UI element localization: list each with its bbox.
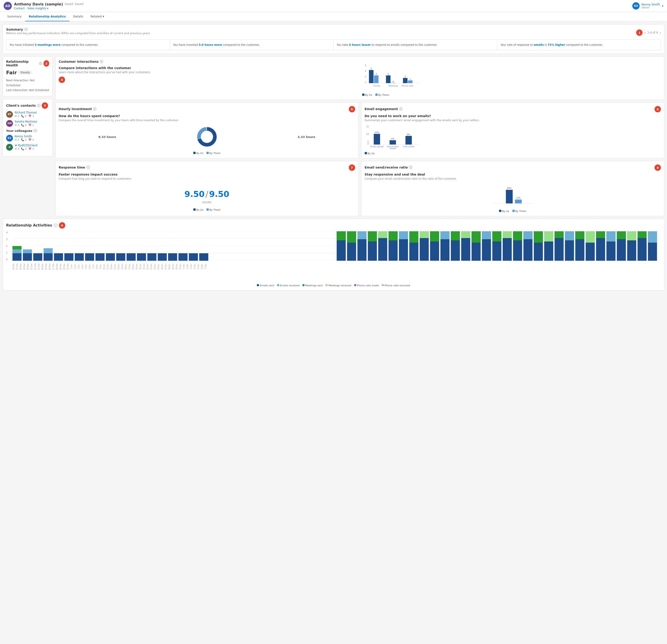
send-receive-header: Email send/receive ratio i 8	[365, 164, 661, 171]
svg-text:0: 0	[392, 81, 394, 83]
x-label-25: 10 Jan	[103, 262, 106, 271]
svg-text:3: 3	[388, 73, 389, 75]
phone-icon-1: 📞 5	[21, 115, 27, 118]
colleague-name-1[interactable]: Kenny Smith	[15, 135, 34, 138]
send-receive-step: 8	[654, 164, 661, 171]
col-email-icon-1: ✉ 3	[15, 138, 19, 141]
relationship-activities-card: Relationship Activities i 9 4 3 2 1 0	[3, 219, 664, 291]
x-label-49: 3 Feb	[190, 262, 193, 271]
svg-rect-54	[147, 253, 157, 261]
x-label-20: 5 Jan	[85, 262, 88, 271]
send-receive-legend: By Us By Them	[365, 210, 661, 213]
svg-rect-79	[430, 231, 439, 242]
bar-emails-opened	[374, 134, 380, 145]
svg-rect-50	[106, 253, 115, 261]
response-chart-subtitle: Compare how long you take to respond to …	[59, 177, 355, 180]
svg-rect-56	[168, 253, 177, 261]
colleagues-title-text: Your colleagues	[6, 129, 32, 133]
svg-rect-39	[13, 246, 21, 249]
x-label-45: 30 Jan	[176, 262, 179, 271]
tab-relationship-analytics[interactable]: Relationship Analytics	[25, 12, 69, 21]
col-phone-icon-2: 📞 5	[21, 147, 27, 150]
svg-rect-53	[137, 253, 146, 261]
breadcrumb-chevron[interactable]: ▾	[47, 7, 48, 10]
user-avatar: KS	[632, 2, 639, 10]
interactions-section-title: Customer interactions i	[59, 60, 103, 63]
send-receive-section-title: Email send/receive ratio i	[365, 166, 412, 169]
colleagues-info-icon[interactable]: i	[34, 129, 37, 132]
engagement-header: Email engagement i 6	[365, 106, 661, 112]
svg-rect-46	[64, 253, 74, 261]
response-time-values: 9.50 / 9.50	[184, 189, 229, 199]
svg-rect-117	[627, 231, 636, 240]
summary-prev-icon[interactable]: ‹	[644, 31, 646, 34]
svg-rect-97	[523, 231, 532, 239]
engagement-info-icon[interactable]: i	[399, 108, 403, 111]
svg-rect-107	[575, 231, 584, 239]
svg-rect-69	[378, 231, 387, 238]
client-contact-meta-1: ✉ 3 📞 5 📅 1	[15, 115, 37, 118]
x-label-11: 27 Dec	[52, 262, 55, 271]
x-label-2: 18 Dec	[20, 262, 23, 271]
x-label-22: 7 Jan	[92, 262, 95, 271]
svg-rect-38	[13, 249, 21, 253]
activities-chart-wrapper: 4 3 2 1 0	[6, 231, 661, 282]
tab-related[interactable]: Related ▾	[87, 12, 108, 21]
svg-rect-45	[54, 253, 63, 261]
tab-summary[interactable]: Summary	[4, 12, 25, 21]
client-contacts-info-icon[interactable]: i	[37, 104, 40, 107]
svg-rect-105	[565, 231, 574, 240]
send-receive-info-icon[interactable]: i	[409, 166, 412, 169]
summary-nav: 1 ‹ 1-4 of 4 ›	[636, 30, 661, 36]
svg-text:11%: 11%	[516, 197, 521, 199]
x-label-13: 29 Dec	[60, 262, 63, 271]
activities-legend: Emails sent Emails received Meetings sen…	[6, 284, 661, 287]
interactions-header: Customer interactions i	[59, 60, 661, 64]
client-contact-name-2[interactable]: Sandra Martinez	[15, 120, 37, 123]
interactions-step: 4	[59, 77, 65, 83]
summary-step-badge: 1	[636, 30, 642, 36]
svg-rect-93	[503, 231, 512, 238]
x-label-51: 5 Feb	[197, 262, 200, 271]
kpi-item-3: You take 0 hours lesser to respond to em…	[334, 40, 497, 50]
client-contact-avatar-2: SM	[6, 120, 13, 127]
breadcrumb-contact[interactable]: Contact	[14, 7, 25, 10]
svg-rect-41	[23, 249, 32, 253]
rel-health-info-icon[interactable]: i	[39, 62, 42, 65]
x-label-35: 20 Jan	[140, 262, 143, 271]
svg-rect-47	[75, 253, 84, 261]
response-info-icon[interactable]: i	[86, 166, 90, 169]
x-label-0: 16 Dec	[13, 262, 16, 271]
tab-details[interactable]: Details	[69, 12, 87, 21]
rel-health-score-row: Fair Steady	[6, 68, 49, 76]
meeting-icon-1: 📅 1	[28, 115, 34, 118]
svg-rect-89	[482, 231, 491, 239]
last-interaction-value: Not Scheduled	[29, 88, 49, 92]
breadcrumb-sales-insights[interactable]: Sales Insights	[28, 7, 46, 10]
summary-info-icon[interactable]: i	[25, 28, 28, 31]
x-label-19: 4 Jan	[81, 262, 84, 271]
svg-text:Links clicked: Links clicked	[403, 146, 414, 148]
svg-rect-77	[420, 231, 429, 238]
svg-rect-99	[534, 231, 543, 243]
phone-icon-2: 📞 5	[21, 124, 27, 127]
hourly-info-icon[interactable]: i	[93, 108, 96, 111]
user-dropdown-icon[interactable]: ▾	[662, 4, 663, 8]
activities-info-icon[interactable]: i	[54, 224, 57, 227]
summary-next-icon[interactable]: ›	[660, 31, 661, 34]
x-label-42: 27 Jan	[165, 262, 168, 271]
relationship-health-card: Relationship Health i 2 Fair Steady Next…	[3, 56, 53, 96]
interactions-title-text: Customer interactions	[59, 60, 99, 63]
x-label-16: 1 Jan	[70, 262, 74, 271]
colleague-name-2[interactable]: # PpdfCDSClient	[15, 144, 38, 147]
interactions-info-icon[interactable]: i	[100, 60, 103, 63]
interactions-bar-chart-svg: 6 4 2 0 5 3	[362, 64, 421, 91]
user-name[interactable]: Kenny Smith	[641, 3, 660, 6]
x-label-15: 31 Dec	[67, 262, 70, 271]
svg-text:3: 3	[376, 73, 377, 75]
engagement-bar-chart-svg: 15 10 5 0 10% 4% 8%	[365, 125, 424, 149]
x-label-28: 13 Jan	[114, 262, 117, 271]
svg-text:6: 6	[365, 64, 366, 67]
x-label-31: 16 Jan	[125, 262, 128, 271]
client-contact-name-1[interactable]: Richard Thomas	[15, 111, 37, 114]
